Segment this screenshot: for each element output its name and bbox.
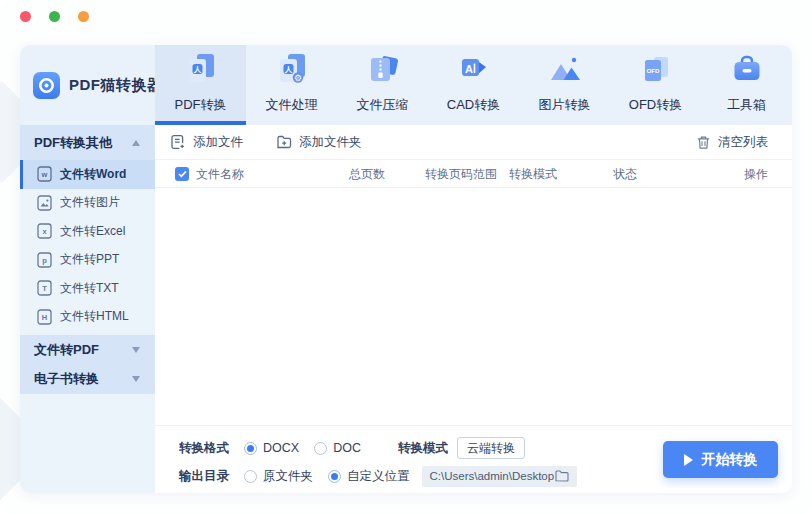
sidebar-item-file-to-ppt[interactable]: p 文件转PPT	[20, 246, 155, 275]
svg-text:w: w	[41, 171, 48, 180]
clear-list-button[interactable]: 清空列表	[696, 134, 768, 151]
radio-unselected-icon	[244, 470, 257, 483]
excel-file-icon: x	[37, 223, 52, 239]
window-zoom-button[interactable]	[78, 11, 89, 22]
window-close-button[interactable]	[20, 11, 31, 22]
radio-source-folder[interactable]: 原文件夹	[244, 468, 313, 485]
pdf-convert-icon: 人	[182, 51, 220, 89]
column-total-pages: 总页数	[349, 160, 385, 188]
check-icon	[178, 170, 187, 178]
column-page-range: 转换页码范围	[425, 160, 497, 188]
radio-docx-label: DOCX	[263, 441, 299, 455]
sidebar-item-label: 文件转Word	[60, 166, 126, 183]
sidebar-item-file-to-image[interactable]: 文件转图片	[20, 189, 155, 218]
sidebar-item-file-to-txt[interactable]: T 文件转TXT	[20, 274, 155, 303]
add-file-label: 添加文件	[193, 134, 243, 151]
app-window: PDF猫转换器 人 PDF转换	[0, 0, 812, 514]
cad-convert-icon: A	[455, 51, 493, 89]
tab-label: PDF转换	[175, 96, 227, 114]
tab-image-convert[interactable]: 图片转换	[519, 45, 610, 125]
tab-label: OFD转换	[629, 96, 682, 114]
sidebar-section-ebook-convert[interactable]: 电子书转换	[20, 365, 155, 395]
tab-file-compress[interactable]: 文件压缩	[337, 45, 428, 125]
mode-select[interactable]: 云端转换	[457, 437, 525, 459]
tab-pdf-convert[interactable]: 人 PDF转换	[155, 45, 246, 125]
app-title: PDF猫转换器	[69, 76, 163, 95]
trash-icon	[696, 135, 711, 150]
sidebar-item-label: 文件转Excel	[60, 223, 125, 240]
svg-text:人: 人	[192, 65, 201, 74]
select-all-checkbox[interactable]	[175, 167, 189, 181]
radio-unselected-icon	[314, 442, 327, 455]
column-actions: 操作	[744, 160, 768, 188]
svg-text:H: H	[42, 313, 47, 322]
sidebar-item-label: 文件转PPT	[60, 251, 119, 268]
app-logo-icon	[33, 72, 60, 99]
radio-selected-icon	[244, 442, 257, 455]
window-minimize-button[interactable]	[49, 11, 60, 22]
word-file-icon: w	[37, 166, 52, 182]
app-panel: PDF猫转换器 人 PDF转换	[20, 45, 792, 493]
tab-cad-convert[interactable]: A CAD转换	[428, 45, 519, 125]
radio-doc[interactable]: DOC	[314, 441, 361, 455]
sidebar: PDF转换其他 w 文件转Word 文件转图片	[20, 125, 155, 493]
output-dir-label: 输出目录	[179, 468, 244, 485]
file-table-header: 文件名称 总页数 转换页码范围 转换模式 状态 操作	[155, 160, 792, 188]
sidebar-item-file-to-excel[interactable]: x 文件转Excel	[20, 217, 155, 246]
radio-custom-location[interactable]: 自定义位置	[328, 468, 410, 485]
toolbox-icon	[728, 51, 766, 89]
output-path-field[interactable]: C:\Users\admin\Desktop	[422, 466, 577, 487]
tab-toolbox[interactable]: 工具箱	[701, 45, 792, 125]
tab-label: 工具箱	[727, 96, 766, 114]
column-convert-mode: 转换模式	[509, 160, 557, 188]
section-label: 文件转PDF	[34, 341, 99, 359]
svg-text:A: A	[465, 63, 473, 75]
tab-ofd-convert[interactable]: OFD OFD转换	[610, 45, 701, 125]
tab-bar: 人 PDF转换 人 ⚙ 文件处理	[155, 45, 792, 125]
tab-label: 图片转换	[539, 96, 591, 114]
add-file-icon	[170, 134, 186, 150]
section-label: PDF转换其他	[34, 134, 112, 152]
radio-docx[interactable]: DOCX	[244, 441, 299, 455]
chevron-down-icon	[132, 347, 140, 353]
txt-file-icon: T	[37, 280, 52, 296]
start-convert-label: 开始转换	[702, 451, 758, 469]
main-area: 添加文件 添加文件夹 清空列表	[155, 125, 792, 493]
image-convert-icon	[546, 51, 584, 89]
sidebar-item-label: 文件转TXT	[60, 280, 119, 297]
chevron-up-icon	[132, 140, 140, 146]
start-convert-button[interactable]: 开始转换	[663, 441, 778, 478]
ppt-file-icon: p	[37, 252, 52, 268]
svg-text:p: p	[42, 256, 47, 265]
brand: PDF猫转换器	[33, 45, 163, 125]
add-folder-button[interactable]: 添加文件夹	[276, 134, 362, 151]
sidebar-item-label: 文件转图片	[60, 194, 120, 211]
clear-list-label: 清空列表	[718, 134, 768, 151]
folder-browse-icon[interactable]	[555, 470, 569, 482]
sidebar-item-file-to-html[interactable]: H 文件转HTML	[20, 303, 155, 332]
sidebar-section-pdf-convert-other[interactable]: PDF转换其他	[20, 125, 155, 160]
radio-doc-label: DOC	[333, 441, 361, 455]
tab-label: CAD转换	[447, 96, 500, 114]
add-file-button[interactable]: 添加文件	[170, 134, 243, 151]
add-folder-icon	[276, 134, 292, 150]
sidebar-section-file-to-pdf[interactable]: 文件转PDF	[20, 335, 155, 365]
sidebar-item-label: 文件转HTML	[60, 308, 129, 325]
svg-text:OFD: OFD	[646, 67, 660, 74]
output-path-value: C:\Users\admin\Desktop	[430, 470, 555, 482]
add-folder-label: 添加文件夹	[299, 134, 362, 151]
tab-file-process[interactable]: 人 ⚙ 文件处理	[246, 45, 337, 125]
tab-label: 文件处理	[266, 96, 318, 114]
radio-custom-location-label: 自定义位置	[347, 468, 410, 485]
svg-text:⚙: ⚙	[293, 73, 301, 83]
file-compress-icon	[364, 51, 402, 89]
mode-label: 转换模式	[398, 440, 448, 457]
tab-label: 文件压缩	[357, 96, 409, 114]
file-toolbar: 添加文件 添加文件夹 清空列表	[155, 125, 792, 160]
chevron-down-icon	[132, 376, 140, 382]
header: PDF猫转换器 人 PDF转换	[20, 45, 792, 125]
sidebar-item-file-to-word[interactable]: w 文件转Word	[20, 160, 155, 189]
html-file-icon: H	[37, 309, 52, 325]
section-label: 电子书转换	[34, 370, 99, 388]
svg-text:x: x	[42, 228, 47, 237]
